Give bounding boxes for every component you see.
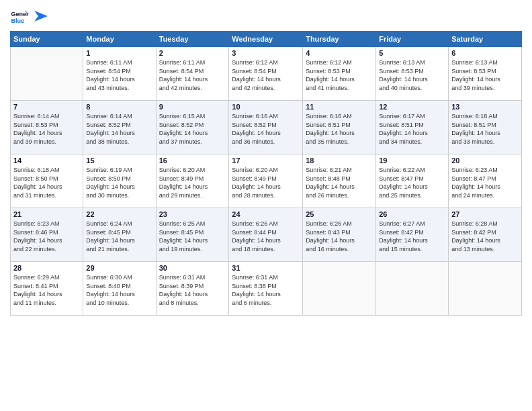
day-number: 17 bbox=[232, 156, 300, 165]
calendar-cell: 22Sunrise: 6:24 AM Sunset: 8:45 PM Dayli… bbox=[83, 208, 156, 262]
day-number: 24 bbox=[232, 210, 300, 218]
day-number: 7 bbox=[13, 103, 80, 111]
calendar-cell: 1Sunrise: 6:11 AM Sunset: 8:54 PM Daylig… bbox=[83, 47, 156, 101]
weekday-header-row: SundayMondayTuesdayWednesdayThursdayFrid… bbox=[11, 32, 522, 47]
calendar-cell: 17Sunrise: 6:20 AM Sunset: 8:49 PM Dayli… bbox=[229, 154, 303, 208]
calendar-cell: 7Sunrise: 6:14 AM Sunset: 8:53 PM Daylig… bbox=[11, 101, 83, 154]
day-info: Sunrise: 6:27 AM Sunset: 8:42 PM Dayligh… bbox=[379, 220, 445, 253]
day-info: Sunrise: 6:11 AM Sunset: 8:54 PM Dayligh… bbox=[86, 58, 152, 92]
day-info: Sunrise: 6:26 AM Sunset: 8:43 PM Dayligh… bbox=[306, 220, 373, 253]
logo: General Blue bbox=[10, 7, 48, 26]
day-info: Sunrise: 6:12 AM Sunset: 8:53 PM Dayligh… bbox=[306, 58, 373, 92]
weekday-header-tuesday: Tuesday bbox=[156, 32, 229, 47]
day-info: Sunrise: 6:19 AM Sunset: 8:50 PM Dayligh… bbox=[86, 166, 152, 199]
calendar-table: SundayMondayTuesdayWednesdayThursdayFrid… bbox=[10, 31, 522, 316]
week-row-3: 14Sunrise: 6:18 AM Sunset: 8:50 PM Dayli… bbox=[11, 154, 522, 208]
weekday-header-saturday: Saturday bbox=[449, 32, 522, 47]
calendar-cell: 11Sunrise: 6:16 AM Sunset: 8:51 PM Dayli… bbox=[303, 101, 376, 154]
day-number: 3 bbox=[232, 49, 300, 57]
day-info: Sunrise: 6:25 AM Sunset: 8:45 PM Dayligh… bbox=[159, 220, 226, 253]
day-number: 23 bbox=[159, 210, 226, 218]
calendar-cell: 10Sunrise: 6:16 AM Sunset: 8:52 PM Dayli… bbox=[229, 101, 303, 154]
day-info: Sunrise: 6:15 AM Sunset: 8:52 PM Dayligh… bbox=[159, 112, 226, 146]
day-info: Sunrise: 6:20 AM Sunset: 8:49 PM Dayligh… bbox=[232, 166, 300, 199]
calendar-cell: 13Sunrise: 6:18 AM Sunset: 8:51 PM Dayli… bbox=[449, 101, 522, 154]
weekday-header-wednesday: Wednesday bbox=[229, 32, 303, 47]
calendar-cell: 28Sunrise: 6:29 AM Sunset: 8:41 PM Dayli… bbox=[11, 262, 83, 316]
calendar-cell bbox=[449, 262, 522, 316]
calendar-cell: 18Sunrise: 6:21 AM Sunset: 8:48 PM Dayli… bbox=[303, 154, 376, 208]
day-info: Sunrise: 6:18 AM Sunset: 8:50 PM Dayligh… bbox=[13, 166, 80, 199]
calendar-cell: 9Sunrise: 6:15 AM Sunset: 8:52 PM Daylig… bbox=[156, 101, 229, 154]
calendar-cell: 8Sunrise: 6:14 AM Sunset: 8:52 PM Daylig… bbox=[83, 101, 156, 154]
calendar-page: General Blue SundayMondayTuesdayWednesda… bbox=[0, 0, 532, 411]
day-info: Sunrise: 6:16 AM Sunset: 8:52 PM Dayligh… bbox=[232, 112, 300, 146]
calendar-cell: 31Sunrise: 6:31 AM Sunset: 8:38 PM Dayli… bbox=[229, 262, 303, 316]
calendar-cell bbox=[376, 262, 449, 316]
calendar-cell: 27Sunrise: 6:28 AM Sunset: 8:42 PM Dayli… bbox=[449, 208, 522, 262]
day-info: Sunrise: 6:20 AM Sunset: 8:49 PM Dayligh… bbox=[159, 166, 226, 199]
calendar-cell: 25Sunrise: 6:26 AM Sunset: 8:43 PM Dayli… bbox=[303, 208, 376, 262]
calendar-cell: 24Sunrise: 6:26 AM Sunset: 8:44 PM Dayli… bbox=[229, 208, 303, 262]
day-number: 5 bbox=[379, 49, 445, 57]
day-number: 19 bbox=[379, 156, 445, 165]
calendar-cell: 23Sunrise: 6:25 AM Sunset: 8:45 PM Dayli… bbox=[156, 208, 229, 262]
week-row-2: 7Sunrise: 6:14 AM Sunset: 8:53 PM Daylig… bbox=[11, 101, 522, 154]
day-number: 6 bbox=[451, 49, 519, 57]
week-row-4: 21Sunrise: 6:23 AM Sunset: 8:46 PM Dayli… bbox=[11, 208, 522, 262]
day-info: Sunrise: 6:23 AM Sunset: 8:47 PM Dayligh… bbox=[451, 166, 519, 199]
calendar-cell: 5Sunrise: 6:13 AM Sunset: 8:53 PM Daylig… bbox=[376, 47, 449, 101]
day-info: Sunrise: 6:13 AM Sunset: 8:53 PM Dayligh… bbox=[379, 58, 445, 92]
logo-icon: General Blue bbox=[10, 7, 29, 26]
day-info: Sunrise: 6:30 AM Sunset: 8:40 PM Dayligh… bbox=[86, 273, 152, 307]
day-number: 31 bbox=[232, 264, 300, 272]
day-number: 28 bbox=[13, 264, 80, 272]
day-number: 9 bbox=[159, 103, 226, 111]
day-number: 18 bbox=[306, 156, 373, 165]
day-info: Sunrise: 6:26 AM Sunset: 8:44 PM Dayligh… bbox=[232, 220, 300, 253]
day-number: 10 bbox=[232, 103, 300, 111]
calendar-cell: 14Sunrise: 6:18 AM Sunset: 8:50 PM Dayli… bbox=[11, 154, 83, 208]
weekday-header-friday: Friday bbox=[376, 32, 449, 47]
day-info: Sunrise: 6:17 AM Sunset: 8:51 PM Dayligh… bbox=[379, 112, 445, 146]
calendar-cell: 2Sunrise: 6:11 AM Sunset: 8:54 PM Daylig… bbox=[156, 47, 229, 101]
calendar-cell: 15Sunrise: 6:19 AM Sunset: 8:50 PM Dayli… bbox=[83, 154, 156, 208]
day-number: 30 bbox=[159, 264, 226, 272]
day-number: 12 bbox=[379, 103, 445, 111]
day-number: 27 bbox=[451, 210, 519, 218]
calendar-cell: 6Sunrise: 6:13 AM Sunset: 8:53 PM Daylig… bbox=[449, 47, 522, 101]
calendar-cell bbox=[303, 262, 376, 316]
day-number: 25 bbox=[306, 210, 373, 218]
day-info: Sunrise: 6:24 AM Sunset: 8:45 PM Dayligh… bbox=[86, 220, 152, 253]
day-info: Sunrise: 6:29 AM Sunset: 8:41 PM Dayligh… bbox=[13, 273, 80, 307]
day-info: Sunrise: 6:28 AM Sunset: 8:42 PM Dayligh… bbox=[451, 220, 519, 253]
weekday-header-thursday: Thursday bbox=[303, 32, 376, 47]
weekday-header-sunday: Sunday bbox=[11, 32, 83, 47]
day-number: 16 bbox=[159, 156, 226, 165]
weekday-header-monday: Monday bbox=[83, 32, 156, 47]
day-number: 29 bbox=[86, 264, 152, 272]
logo-arrow-icon bbox=[34, 11, 48, 21]
calendar-cell: 26Sunrise: 6:27 AM Sunset: 8:42 PM Dayli… bbox=[376, 208, 449, 262]
header: General Blue bbox=[10, 7, 522, 26]
calendar-cell: 30Sunrise: 6:31 AM Sunset: 8:39 PM Dayli… bbox=[156, 262, 229, 316]
day-info: Sunrise: 6:21 AM Sunset: 8:48 PM Dayligh… bbox=[306, 166, 373, 199]
day-number: 2 bbox=[159, 49, 226, 57]
calendar-cell bbox=[11, 47, 83, 101]
day-info: Sunrise: 6:16 AM Sunset: 8:51 PM Dayligh… bbox=[306, 112, 373, 146]
calendar-cell: 29Sunrise: 6:30 AM Sunset: 8:40 PM Dayli… bbox=[83, 262, 156, 316]
day-number: 26 bbox=[379, 210, 445, 218]
day-info: Sunrise: 6:22 AM Sunset: 8:47 PM Dayligh… bbox=[379, 166, 445, 199]
day-number: 14 bbox=[13, 156, 80, 165]
week-row-1: 1Sunrise: 6:11 AM Sunset: 8:54 PM Daylig… bbox=[11, 47, 522, 101]
week-row-5: 28Sunrise: 6:29 AM Sunset: 8:41 PM Dayli… bbox=[11, 262, 522, 316]
day-info: Sunrise: 6:11 AM Sunset: 8:54 PM Dayligh… bbox=[159, 58, 226, 92]
day-info: Sunrise: 6:12 AM Sunset: 8:54 PM Dayligh… bbox=[232, 58, 300, 92]
day-info: Sunrise: 6:23 AM Sunset: 8:46 PM Dayligh… bbox=[13, 220, 80, 253]
day-number: 15 bbox=[86, 156, 152, 165]
day-info: Sunrise: 6:14 AM Sunset: 8:53 PM Dayligh… bbox=[13, 112, 80, 146]
calendar-cell: 19Sunrise: 6:22 AM Sunset: 8:47 PM Dayli… bbox=[376, 154, 449, 208]
day-info: Sunrise: 6:14 AM Sunset: 8:52 PM Dayligh… bbox=[86, 112, 152, 146]
day-number: 11 bbox=[306, 103, 373, 111]
calendar-cell: 20Sunrise: 6:23 AM Sunset: 8:47 PM Dayli… bbox=[449, 154, 522, 208]
